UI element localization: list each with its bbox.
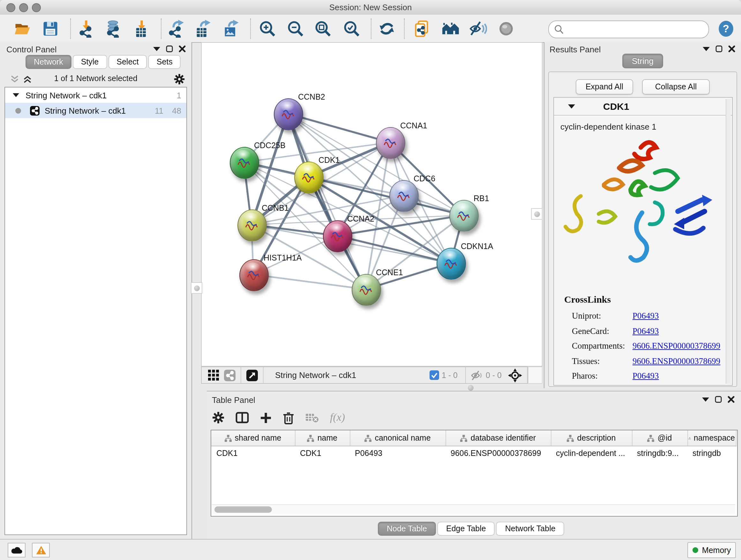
tab-network-table[interactable]: Network Table [496,522,564,536]
crosslink-link[interactable]: P06493 [632,311,659,321]
crosslink-row: Uniprot:P06493 [572,311,725,321]
home-networks-icon[interactable] [442,20,460,38]
protein-header-row[interactable]: CDK1 [554,98,732,116]
column-header-namespace[interactable]: namespace [687,430,736,446]
float-panel-icon[interactable] [166,45,173,52]
close-panel-icon[interactable] [728,45,735,52]
network-node-hist1h1a[interactable] [239,259,269,291]
collapse-section-icon[interactable] [568,104,575,109]
zoom-in-icon[interactable] [259,20,276,38]
memory-status-dot [692,547,698,553]
tab-sets[interactable]: Sets [148,55,181,69]
export-table-icon[interactable] [194,20,212,38]
table-cell[interactable]: P06493 [350,446,446,460]
birds-eye-view-icon[interactable] [246,369,258,381]
column-header-description[interactable]: description [551,430,632,446]
collapse-all-button[interactable]: Collapse All [642,79,710,95]
panel-menu-icon[interactable] [153,46,160,52]
table-row[interactable]: CDK1CDK1P064939606.ENSP00000378699cyclin… [211,446,736,460]
table-cell[interactable]: CDK1 [211,446,295,460]
left-splitter-handle[interactable] [191,282,202,294]
crosslink-link[interactable]: 9606.ENSP00000378699 [632,356,720,366]
column-header-label: description [577,434,616,442]
network-node-ccne1[interactable] [352,274,381,306]
refresh-icon[interactable] [378,20,396,38]
tab-network[interactable]: Network [25,55,71,69]
table-options-gear-icon[interactable] [212,411,225,424]
tab-edge-table[interactable]: Edge Table [437,522,495,536]
import-network-icon[interactable] [77,20,95,38]
open-session-icon[interactable] [13,20,31,38]
network-node-cdc25b[interactable] [230,147,259,179]
panel-menu-icon[interactable] [703,46,710,52]
right-splitter-handle[interactable] [531,208,542,220]
zoom-out-icon[interactable] [286,20,305,38]
network-node-cdc6[interactable] [389,180,419,212]
table-cell[interactable]: 9606.ENSP00000378699 [446,446,551,460]
zoom-selected-icon[interactable] [343,20,360,38]
export-network-icon[interactable] [166,20,185,38]
results-scrollbar[interactable] [726,99,731,384]
network-collection-row[interactable]: String Network – cdk1 1 [5,87,186,103]
table-cell[interactable]: cyclin-dependent ... [551,446,632,460]
hide-unhide-icon[interactable] [469,20,487,38]
tab-style[interactable]: Style [73,55,107,69]
network-thumbnail-icon[interactable] [224,369,235,381]
delete-column-trash-icon[interactable] [283,411,294,424]
crosslink-link[interactable]: P06493 [632,371,659,381]
fit-content-target-icon[interactable] [508,368,522,382]
show-graphics-icon[interactable] [497,20,515,38]
table-cell[interactable]: CDK1 [295,446,350,460]
crosslink-link[interactable]: P06493 [632,326,659,336]
close-panel-icon[interactable] [728,396,735,403]
control-panel-title: Control Panel [6,45,57,54]
gear-icon[interactable] [174,73,185,85]
network-node-ccna2[interactable] [323,220,352,252]
network-canvas[interactable]: CCNB2CCNA1CDC25BCDK1CDC6RB1CCNB1CCNA2HIS… [201,42,542,367]
column-header-canonical-name[interactable]: canonical name [350,430,446,446]
tree-expand-icon[interactable] [13,92,19,98]
zoom-fit-icon[interactable] [314,20,332,38]
tab-node-table[interactable]: Node Table [378,522,436,536]
search-input[interactable] [548,20,709,38]
panel-menu-icon[interactable] [702,396,709,402]
memory-button[interactable]: Memory [687,542,736,558]
tab-string[interactable]: String [622,54,663,68]
toolbar-separator [263,367,264,383]
grid-view-icon[interactable] [208,370,219,381]
clone-network-icon[interactable] [413,20,431,38]
help-icon[interactable]: ? [718,20,735,38]
warnings-button[interactable] [32,543,50,557]
column-header-name[interactable]: name [295,430,350,446]
network-row[interactable]: String Network – cdk1 11 48 [5,103,186,118]
network-node-ccnb2[interactable] [274,98,303,130]
toolbar-separator [465,367,466,383]
export-image-icon[interactable] [222,20,240,38]
network-node-ccnb1[interactable] [238,209,267,241]
close-panel-icon[interactable] [179,45,186,52]
float-panel-icon[interactable] [715,396,722,403]
network-node-cdk1[interactable] [294,162,324,193]
import-database-icon[interactable] [105,20,123,38]
table-cell[interactable]: stringdb [687,446,736,460]
tab-select[interactable]: Select [108,55,147,69]
column-header-shared-name[interactable]: shared name [211,430,295,446]
selected-checkbox-icon[interactable] [429,370,439,380]
float-panel-icon[interactable] [716,45,723,52]
create-column-icon[interactable] [260,412,272,424]
column-header-id[interactable]: @id [632,430,687,446]
table-horizontal-scrollbar[interactable] [212,504,735,515]
cloud-status-button[interactable] [8,543,25,557]
node-label-ccnb1: CCNB1 [262,204,289,212]
network-node-ccna1[interactable] [376,127,405,159]
save-session-icon[interactable] [42,20,59,38]
function-builder-icon: f(x) [330,411,345,424]
expand-all-button[interactable]: Expand All [576,79,633,95]
crosslink-link[interactable]: 9606.ENSP00000378699 [632,341,720,351]
show-columns-icon[interactable] [235,411,249,424]
table-cell[interactable]: stringdb:9... [632,446,687,460]
column-header-database-identifier[interactable]: database identifier [446,430,551,446]
network-node-rb1[interactable] [449,200,479,232]
import-table-icon[interactable] [133,20,151,38]
network-node-cdkn1a[interactable] [436,248,466,280]
